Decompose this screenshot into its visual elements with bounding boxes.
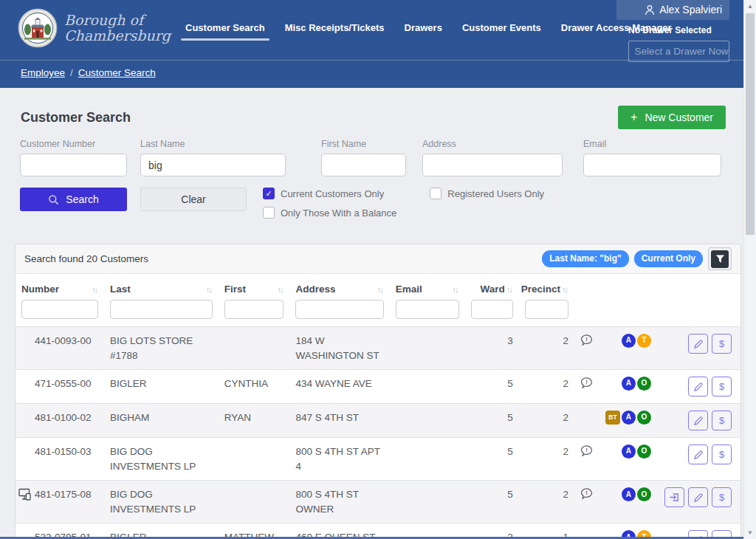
column-header-email: Email↑↓: [390, 274, 465, 298]
edit-button[interactable]: [688, 334, 708, 354]
note-alert-icon[interactable]: !: [580, 377, 593, 394]
edit-button[interactable]: [688, 377, 708, 396]
nav-item-customer-search[interactable]: Customer Search: [185, 22, 265, 41]
applied-filter-chips: Last Name: "big"Current Only: [542, 247, 732, 270]
billing-button[interactable]: $: [712, 487, 732, 507]
billing-button[interactable]: $: [712, 444, 732, 464]
scrollbar-thumb[interactable]: [746, 13, 755, 235]
address-input[interactable]: [422, 154, 563, 176]
results-panel: Search found 20 Customers Last Name: "bi…: [15, 244, 741, 539]
note-alert-icon[interactable]: !: [580, 487, 593, 504]
breadcrumb-link-employee[interactable]: Employee: [21, 67, 65, 78]
note-alert-icon[interactable]: !: [580, 444, 593, 461]
user-menu-button[interactable]: Alex Spalvieri: [616, 0, 729, 20]
cell-number: 471-0555-00: [16, 370, 104, 404]
checkbox-registered-users-only[interactable]: [430, 188, 441, 199]
sort-icon-precinct[interactable]: ↑↓: [562, 285, 568, 294]
edit-button[interactable]: [688, 444, 708, 464]
tag-a-badge: A: [622, 411, 636, 425]
cell-number: 481-0150-03: [16, 438, 104, 481]
sort-icon-email[interactable]: ↑↓: [453, 285, 459, 294]
checkbox-only-those-with-a-balance[interactable]: [263, 207, 275, 219]
tags-column-header: [603, 274, 657, 298]
sort-icon-first[interactable]: ↑↓: [277, 285, 284, 294]
filter-cell-last: [104, 298, 219, 327]
drawer-status: No Drawer Selected: [628, 25, 729, 35]
cell-actions: $: [657, 438, 740, 481]
new-customer-button[interactable]: + New Customer: [618, 106, 726, 129]
customer-number-input[interactable]: [20, 154, 127, 176]
cell-first: [219, 481, 290, 523]
brand-name: Borough of Chambersburg: [64, 13, 171, 43]
column-header-number: Number↑↓: [16, 274, 104, 298]
cell-first: CYNTHIA: [219, 370, 290, 404]
email-input[interactable]: [583, 154, 721, 176]
vertical-scrollbar[interactable]: ▲ ▼: [743, 0, 756, 539]
cell-last: BIGLER: [104, 370, 219, 404]
table-row[interactable]: 481-0100-02BIGHAMRYAN847 S 4TH ST52BTAO$: [16, 404, 740, 438]
checkbox-group-2: Registered Users Only: [430, 188, 544, 207]
filter-ward-input[interactable]: [471, 300, 513, 319]
tag-o-badge: O: [637, 487, 651, 501]
filter-precinct-input[interactable]: [525, 300, 568, 319]
scroll-up-arrow-icon[interactable]: ▲: [744, 3, 756, 10]
scroll-down-arrow-icon[interactable]: ▼: [744, 529, 756, 536]
filter-email-input[interactable]: [396, 300, 459, 319]
form-field-customer-number: Customer Number: [20, 139, 127, 176]
nav-item-customer-events[interactable]: Customer Events: [462, 22, 541, 41]
last-name-input[interactable]: [140, 154, 286, 176]
column-label-last: Last: [110, 284, 131, 295]
main-content: Customer Search + New Customer Customer …: [0, 106, 756, 539]
cell-email: [390, 404, 465, 438]
sort-icon-number[interactable]: ↑↓: [92, 285, 98, 294]
svg-text:!: !: [585, 447, 588, 454]
edit-button[interactable]: [688, 487, 708, 507]
filter-chip-current-only: Current Only: [634, 250, 703, 267]
form-field-last-name: Last Name: [140, 139, 286, 176]
edit-button[interactable]: [688, 411, 708, 430]
checkbox-group-1: ✓Current Customers OnlyOnly Those With a…: [263, 188, 396, 226]
breadcrumb-link-customer-search[interactable]: Customer Search: [78, 67, 156, 78]
table-row[interactable]: 471-0555-00BIGLERCYNTHIA434 WAYNE AVE52!…: [16, 370, 740, 404]
table-filter-toggle-button[interactable]: [708, 247, 732, 270]
filter-cell-address: [289, 298, 389, 327]
filter-first-input[interactable]: [224, 300, 284, 319]
cell-precinct: 2: [519, 404, 574, 438]
clear-button[interactable]: Clear: [140, 188, 247, 211]
sort-icon-last[interactable]: ↑↓: [206, 285, 213, 294]
table-row[interactable]: 481-0150-03BIG DOG INVESTMENTS LP800 S 4…: [16, 438, 740, 481]
column-label-email: Email: [396, 284, 422, 295]
nav-item-drawers[interactable]: Drawers: [405, 22, 442, 41]
filter-address-input[interactable]: [295, 300, 383, 319]
filter-cell-tags: [603, 298, 657, 327]
cell-note: [574, 404, 603, 438]
cell-actions: $: [657, 370, 740, 404]
cell-email: [390, 370, 465, 404]
customer-number: 441-0093-00: [35, 335, 92, 346]
cell-tags: BTAO: [603, 404, 657, 438]
billing-button[interactable]: $: [712, 334, 732, 354]
nav-item-misc-receipts-tickets[interactable]: Misc Receipts/Tickets: [285, 22, 385, 41]
search-button[interactable]: Search: [20, 188, 127, 211]
tag-a-badge: A: [622, 377, 636, 391]
filter-last-input[interactable]: [110, 300, 213, 319]
form-field-first-name: First Name: [321, 139, 406, 176]
sort-icon-ward[interactable]: ↑↓: [506, 285, 513, 294]
column-header-last: Last↑↓: [104, 274, 219, 298]
first-name-input[interactable]: [321, 154, 406, 176]
cell-ward: 5: [465, 370, 519, 404]
table-filter-row: [16, 298, 740, 327]
filter-number-input[interactable]: [21, 300, 98, 319]
plus-icon: +: [630, 111, 637, 123]
table-row[interactable]: 441-0093-00BIG LOTS STORE #1788184 W WAS…: [16, 327, 740, 370]
checkbox-label-current-customers-only: Current Customers Only: [281, 188, 384, 199]
checkbox-current-customers-only[interactable]: ✓: [263, 188, 275, 199]
billing-button[interactable]: $: [712, 411, 732, 430]
login-button[interactable]: [664, 487, 684, 507]
brand: Borough of Chambersburg: [18, 8, 171, 48]
select-drawer-button[interactable]: Select a Drawer Now: [628, 41, 729, 62]
sort-icon-address[interactable]: ↑↓: [377, 285, 384, 294]
table-row[interactable]: 481-0175-08BIG DOG INVESTMENTS LP800 S 4…: [16, 481, 740, 523]
note-alert-icon[interactable]: !: [580, 334, 593, 351]
billing-button[interactable]: $: [712, 377, 732, 396]
